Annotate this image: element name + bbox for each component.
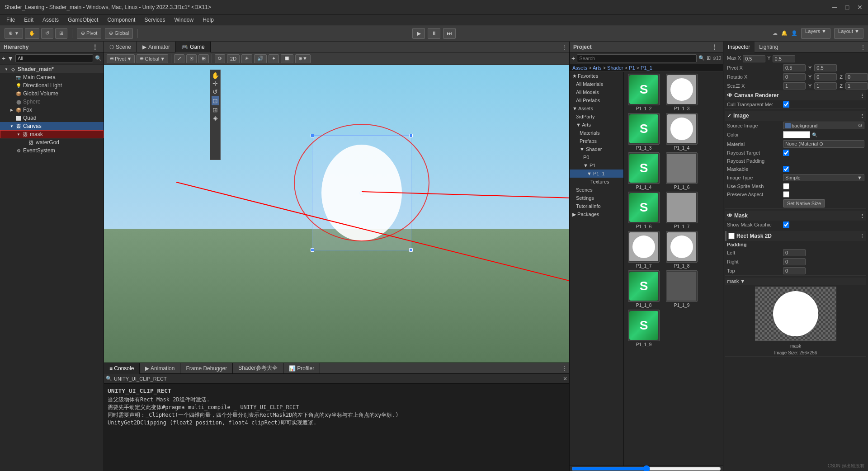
hierarchy-item-sphere[interactable]: ⬤ Sphere <box>0 98 104 106</box>
menu-help[interactable]: Help <box>199 16 217 24</box>
cull-checkbox[interactable] <box>783 101 789 108</box>
tab-lighting[interactable]: Lighting <box>755 42 783 52</box>
tree-tutorialinfo[interactable]: TutorialInfo <box>570 202 623 210</box>
scene-global-btn[interactable]: ⊕Global▼ <box>137 54 168 63</box>
padding-top-input[interactable] <box>783 267 806 274</box>
hierarchy-item-quad[interactable]: ⬜ Quad <box>0 114 104 122</box>
padding-right-input[interactable] <box>783 258 806 265</box>
tree-all-models[interactable]: All Models <box>570 88 623 96</box>
hierarchy-search-input[interactable] <box>15 54 93 62</box>
pivot-y-input[interactable] <box>814 64 837 71</box>
scene-gizmos-btn[interactable]: 🔲 <box>281 54 293 63</box>
tree-arts[interactable]: ▼ Arts <box>570 121 623 129</box>
hierarchy-item-mask[interactable]: ▼ 🖼 mask <box>0 130 104 138</box>
scale-y-input[interactable] <box>814 82 837 89</box>
hierarchy-item-watergod[interactable]: 🖼 waterGod <box>0 138 104 146</box>
scene-pivot-btn[interactable]: ⊕Pivot▼ <box>107 54 135 63</box>
tree-all-prefabs[interactable]: All Prefabs <box>570 96 623 104</box>
scene-lighting-btn[interactable]: ☀ <box>241 54 252 63</box>
console-panel-menu[interactable]: ⋮ <box>559 365 569 372</box>
tree-textures[interactable]: Textures <box>570 178 623 186</box>
layers-button[interactable]: Layers ▼ <box>801 28 830 39</box>
rect-mask-enable-checkbox[interactable] <box>728 233 735 239</box>
scale-x-input[interactable] <box>783 82 806 89</box>
menu-services[interactable]: Services <box>141 16 169 24</box>
rect-tool-active[interactable]: ⊡ <box>212 96 219 105</box>
pivot-x-input[interactable] <box>783 64 806 71</box>
toolbar-scale-button[interactable]: ⊞ <box>55 28 67 39</box>
asset-p1-1-6b[interactable]: S P1_1_6 <box>626 192 662 229</box>
transform-tool[interactable]: ⊞ <box>212 106 218 113</box>
rotation-y-input[interactable] <box>814 73 837 80</box>
pivot-button[interactable]: ⊕ Pivot <box>77 28 102 39</box>
tab-animator[interactable]: ▶ Animator <box>137 42 176 52</box>
tree-shader[interactable]: ▼ Shader <box>570 145 623 153</box>
tab-profiler[interactable]: 📊 Profiler <box>283 363 320 374</box>
preserve-aspect-checkbox[interactable] <box>783 191 789 198</box>
asset-p1-1-9b[interactable]: S P1_1_9 <box>626 310 662 347</box>
max-y-input[interactable] <box>773 55 795 62</box>
project-zoom-slider[interactable] <box>571 465 721 471</box>
mask-menu[interactable]: ⋮ <box>860 213 864 218</box>
tree-all-materials[interactable]: All Materials <box>570 80 623 88</box>
use-sprite-mesh-checkbox[interactable] <box>783 183 789 189</box>
rotate-tool[interactable]: ↺ <box>212 88 218 95</box>
handle-br[interactable] <box>409 248 413 252</box>
breadcrumb-shader[interactable]: Shader <box>607 65 623 71</box>
scene-view-options[interactable]: ⊕▼ <box>295 54 311 63</box>
breadcrumb-p1-1[interactable]: P1_1 <box>641 65 652 71</box>
project-add-btn[interactable]: + <box>571 55 575 62</box>
tree-settings[interactable]: Settings <box>570 194 623 202</box>
tab-shader-ref[interactable]: Shader参考大全 <box>233 363 283 374</box>
scene-view[interactable]: ✋ ✛ ↺ ⊡ ⊞ ◈ <box>104 65 569 363</box>
minimize-button[interactable]: ─ <box>831 4 838 11</box>
hierarchy-item-canvas[interactable]: ▼ 🖼 Canvas <box>0 122 104 130</box>
tree-favorites[interactable]: ★Favorites <box>570 72 623 80</box>
toolbar-hand-button[interactable]: ✋ <box>25 28 39 39</box>
asset-p1-1-2[interactable]: S P1_1_2 <box>626 74 662 111</box>
scene-mode-btn[interactable]: ⟳ <box>215 54 225 63</box>
tree-p1-1[interactable]: ▼ P1_1 <box>570 170 623 178</box>
image-header[interactable]: ✓ Image ⋮ <box>725 111 866 121</box>
color-swatch[interactable] <box>783 131 810 138</box>
scale-z-input[interactable] <box>845 82 868 89</box>
rect-mask-header[interactable]: Rect Mask 2D ⋮ <box>725 231 866 241</box>
breadcrumb-arts[interactable]: Arts <box>593 65 602 71</box>
asset-p1-1-3b[interactable]: S P1_1_3 <box>626 113 662 151</box>
layout-button[interactable]: Layout ▼ <box>834 28 863 39</box>
asset-p1-1-6[interactable]: P1_1_6 <box>664 152 700 190</box>
toolbar-rotate-button[interactable]: ↺ <box>41 28 53 39</box>
color-eyedropper[interactable]: 🔍 <box>812 132 817 137</box>
tab-animation[interactable]: ▶ Animation <box>140 363 180 374</box>
padding-left-input[interactable] <box>783 249 806 256</box>
tree-packages[interactable]: ▶ Packages <box>570 210 623 218</box>
menu-assets[interactable]: Assets <box>39 16 62 24</box>
material-value[interactable]: None (Material ⊙ <box>783 140 864 148</box>
hierarchy-menu-button[interactable]: ⋮ <box>90 43 100 51</box>
raycast-target-checkbox[interactable] <box>783 150 789 156</box>
asset-p1-1-8[interactable]: P1_1_8 <box>664 231 700 268</box>
console-clear-search[interactable]: ✕ <box>563 376 567 382</box>
scene-audio-btn[interactable]: 🔊 <box>254 54 267 63</box>
scene-fx-btn[interactable]: ✦ <box>269 54 279 63</box>
asset-p1-1-4b[interactable]: S P1_1_4 <box>626 152 662 190</box>
source-image-target-icon[interactable]: ⊙ <box>858 122 862 128</box>
breadcrumb-p1[interactable]: P1 <box>629 65 635 71</box>
asset-p1-1-3[interactable]: P1_1_3 <box>664 74 700 111</box>
max-x-input[interactable] <box>743 55 765 62</box>
scene-move-tool[interactable]: ⤢ <box>174 54 184 63</box>
mask-header[interactable]: 👁 Mask ⋮ <box>725 211 866 221</box>
scene-panel-menu[interactable]: ⋮ <box>559 43 569 51</box>
custom-tool[interactable]: ◈ <box>213 114 218 122</box>
project-menu-button[interactable]: ⋮ <box>709 43 719 51</box>
hierarchy-item-main-camera[interactable]: 📷 Main Camera <box>0 73 104 81</box>
canvas-renderer-header[interactable]: 👁 Canvas Renderer ⋮ <box>725 90 866 100</box>
pause-button[interactable]: ⏸ <box>428 28 440 39</box>
scene-rect-tool[interactable]: ⊡ <box>186 54 197 63</box>
show-mask-graphic-checkbox[interactable] <box>783 221 789 228</box>
asset-p1-1-9[interactable]: P1_1_9 <box>664 270 700 308</box>
set-native-size-button[interactable]: Set Native Size <box>783 199 825 207</box>
tab-inspector[interactable]: Inspector <box>723 42 755 52</box>
image-type-dropdown[interactable]: Simple ▼ <box>783 174 864 181</box>
menu-file[interactable]: File <box>3 16 19 24</box>
